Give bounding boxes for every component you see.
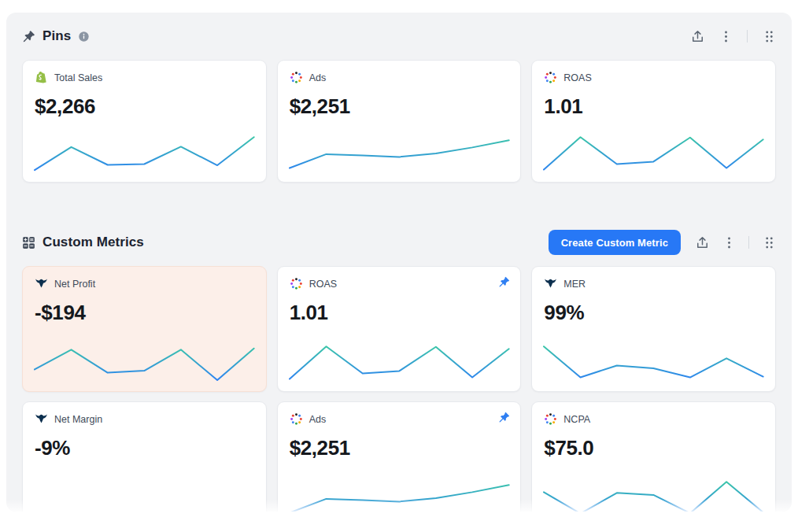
card-header: Net Profit: [35, 277, 254, 290]
toolbar-divider: [748, 236, 749, 249]
triple-whale-icon: [544, 277, 557, 290]
metric-label: Total Sales: [54, 72, 102, 83]
export-icon[interactable]: [690, 29, 704, 43]
pinned-pushpin-icon[interactable]: [498, 276, 510, 288]
sparkline-chart: [544, 338, 763, 382]
triple-whale-icon: [35, 277, 48, 290]
sparkline-chart: [290, 474, 509, 512]
sparkline-chart: [35, 338, 254, 382]
custom-metrics-toolbar: Create Custom Metric: [549, 230, 776, 255]
channels-icon: [290, 412, 303, 426]
pins-section-header: Pins: [22, 24, 776, 49]
pins-section-title: Pins: [42, 28, 71, 44]
sparkline-chart: [544, 129, 763, 173]
sparkline-chart: [290, 338, 509, 382]
metric-label: Ads: [309, 414, 327, 425]
metric-value: $75.0: [544, 436, 763, 460]
custom-metrics-section-header: Custom Metrics Create Custom Metric: [22, 230, 776, 255]
metric-value: $2,266: [35, 94, 254, 119]
custom-metrics-grid-row2: Net Margin -9% Ads $2,251 NCPA $75.0: [22, 401, 776, 512]
metric-label: Ads: [309, 72, 327, 83]
metric-value: $2,251: [290, 94, 509, 119]
card-header: MER: [544, 277, 763, 290]
custom-metrics-header-left: Custom Metrics: [22, 235, 144, 250]
channels-icon: [290, 71, 303, 84]
custom-metrics-grid-row1: Net Profit -$194 ROAS 1.01 MER 99%: [22, 266, 776, 392]
metric-label: ROAS: [309, 279, 337, 290]
custom-metrics-section-title: Custom Metrics: [42, 235, 144, 250]
channels-icon: [290, 277, 303, 290]
metric-label: Net Margin: [54, 414, 102, 425]
pins-cards-grid: Total Sales $2,266 Ads $2,251 ROAS 1.01: [22, 60, 776, 183]
card-header: Ads: [290, 71, 509, 84]
metric-card-mer[interactable]: MER 99%: [531, 266, 776, 392]
metric-label: NCPA: [563, 414, 590, 425]
channels-icon: [544, 71, 557, 84]
create-custom-metric-button[interactable]: Create Custom Metric: [549, 230, 681, 255]
metric-card-ads-custom[interactable]: Ads $2,251: [277, 401, 522, 512]
toolbar-divider: [747, 30, 748, 42]
metric-card-roas-custom[interactable]: ROAS 1.01: [277, 266, 522, 392]
card-header: ROAS: [544, 71, 763, 84]
metric-value: 99%: [544, 301, 763, 325]
metric-card-roas[interactable]: ROAS 1.01: [531, 60, 776, 183]
sparkline-chart: [544, 474, 763, 512]
card-header: NCPA: [544, 412, 763, 426]
card-header: Ads: [290, 412, 509, 426]
metric-card-ads[interactable]: Ads $2,251: [277, 60, 522, 183]
more-options-icon[interactable]: [719, 29, 733, 43]
sparkline-chart: [35, 474, 254, 512]
info-icon[interactable]: [78, 31, 90, 42]
more-options-icon[interactable]: [722, 235, 736, 249]
triple-whale-icon: [35, 412, 48, 426]
metric-value: -9%: [35, 436, 254, 460]
metric-value: 1.01: [544, 94, 763, 119]
metric-card-ncpa[interactable]: NCPA $75.0: [531, 401, 776, 512]
pushpin-icon: [22, 30, 35, 43]
pins-header-left: Pins: [22, 28, 90, 44]
metric-label: Net Profit: [54, 279, 95, 290]
export-icon[interactable]: [695, 235, 709, 249]
metric-value: $2,251: [290, 436, 509, 460]
pins-toolbar: [690, 29, 776, 43]
channels-icon: [544, 412, 557, 426]
card-header: ROAS: [290, 277, 509, 290]
metric-label: MER: [563, 279, 586, 290]
card-header: Net Margin: [35, 412, 254, 426]
pinned-pushpin-icon[interactable]: [498, 412, 510, 423]
dashboard-panel: Pins Total Sales $2,266 Ads $2,251: [6, 13, 792, 512]
metric-card-net-profit[interactable]: Net Profit -$194: [22, 266, 267, 392]
sparkline-chart: [35, 129, 254, 173]
metric-value: 1.01: [290, 301, 509, 325]
shopify-icon: [35, 71, 48, 84]
card-header: Total Sales: [35, 71, 254, 84]
metric-card-net-margin[interactable]: Net Margin -9%: [22, 401, 267, 512]
sparkline-chart: [290, 129, 509, 173]
metric-value: -$194: [35, 301, 254, 325]
metric-card-total-sales[interactable]: Total Sales $2,266: [22, 60, 267, 183]
drag-handle-icon[interactable]: [762, 29, 776, 43]
custom-metrics-icon: [22, 236, 35, 249]
drag-handle-icon[interactable]: [762, 235, 776, 249]
metric-label: ROAS: [563, 72, 591, 83]
